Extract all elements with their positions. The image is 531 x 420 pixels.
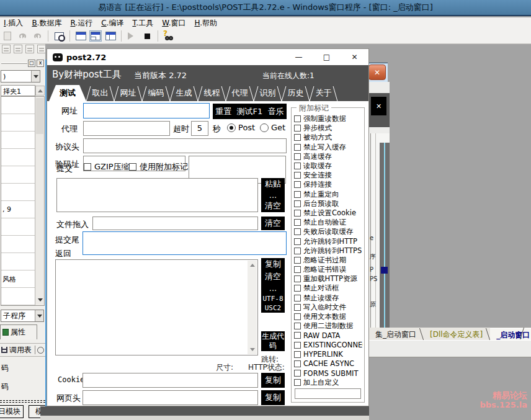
- flag-checkbox[interactable]: HYPERLINK: [294, 350, 363, 359]
- menu-item[interactable]: R.运行: [70, 18, 92, 29]
- module-button[interactable]: 日模块: [0, 405, 24, 418]
- chevron-down-icon[interactable]: [35, 310, 43, 321]
- top-button[interactable]: 重置: [215, 106, 231, 117]
- run-icon[interactable]: [126, 30, 138, 42]
- menu-item[interactable]: H.帮助: [194, 18, 217, 29]
- subroutine-combo[interactable]: 子程序: [1, 310, 44, 322]
- property-scrollbar[interactable]: [35, 97, 44, 305]
- flag-checkbox[interactable]: 强制重读数据: [294, 114, 363, 123]
- chevron-down-icon[interactable]: [31, 71, 40, 82]
- editor-tab[interactable]: 集_启动窗口: [369, 328, 424, 340]
- flag-checkbox[interactable]: FORMS SUBMIT: [294, 369, 363, 378]
- property-row[interactable]: , 9: [1, 201, 35, 218]
- flag-checkbox[interactable]: CACHE ASYNC: [294, 359, 363, 369]
- align-icon[interactable]: [25, 45, 34, 53]
- flag-checkbox[interactable]: 安全连接: [294, 171, 363, 180]
- window-layout-column-icon[interactable]: [104, 30, 117, 42]
- generate-code-button[interactable]: 生成代码: [261, 331, 285, 351]
- flag-checkbox[interactable]: 使用二进制数据: [294, 321, 363, 331]
- property-row[interactable]: 风格: [1, 270, 35, 288]
- flag-checkbox[interactable]: 重加载HTTP资源: [294, 274, 363, 284]
- flag-checkbox[interactable]: 禁止读缓存: [294, 293, 363, 303]
- flag-checkbox[interactable]: 忽略证书错误: [294, 265, 363, 274]
- submit-tail-textarea[interactable]: [83, 231, 287, 255]
- dialog-tab[interactable]: 取出: [86, 85, 114, 101]
- paste-icon[interactable]: [1, 30, 14, 42]
- top-button[interactable]: 音乐: [268, 106, 284, 117]
- align-icon[interactable]: [2, 45, 11, 53]
- timeout-input[interactable]: 5: [191, 121, 208, 136]
- close-button[interactable]: ✕: [341, 49, 368, 65]
- file-drop-input[interactable]: [92, 217, 258, 230]
- flag-checkbox[interactable]: 允许跳转到HTTPS: [294, 246, 363, 256]
- property-row[interactable]: [1, 184, 35, 201]
- flag-checkbox[interactable]: 禁止重定向: [294, 190, 363, 199]
- stack-button[interactable]: ...: [261, 190, 285, 200]
- property-row[interactable]: [1, 149, 35, 166]
- property-row[interactable]: [1, 253, 35, 270]
- dialog-tab[interactable]: 线程: [198, 85, 226, 101]
- flag-checkbox[interactable]: 禁止写入缓存: [294, 143, 363, 152]
- flag-checkbox[interactable]: 加上自定义: [294, 378, 363, 387]
- flag-checkbox[interactable]: 后台预读取: [294, 199, 363, 208]
- gzip-checkbox[interactable]: GZIP压缩: [84, 161, 130, 172]
- preview-icon[interactable]: [53, 30, 65, 42]
- align-icon[interactable]: [37, 45, 45, 53]
- cookie-input[interactable]: [83, 373, 258, 388]
- web-header-input[interactable]: [83, 390, 258, 405]
- property-row[interactable]: [1, 132, 35, 149]
- find-help-icon[interactable]: ?: [163, 30, 175, 42]
- undo-icon[interactable]: [31, 30, 43, 42]
- menu-item[interactable]: W.窗口: [162, 18, 185, 29]
- menu-item[interactable]: B.数据库: [32, 18, 61, 29]
- url-input[interactable]: [83, 103, 210, 118]
- flag-checkbox[interactable]: EXISTINGCONNEC: [294, 341, 363, 350]
- file-clear-button[interactable]: 清空: [261, 217, 285, 230]
- stack-button[interactable]: 清空: [261, 200, 285, 212]
- property-row[interactable]: [1, 288, 35, 305]
- panel-restore-button[interactable]: □: [28, 60, 35, 67]
- dialog-tab[interactable]: 关于: [310, 85, 337, 101]
- radio-get[interactable]: Get: [260, 123, 285, 132]
- dialog-tab[interactable]: 识别: [254, 85, 282, 101]
- minimize-button[interactable]: —: [285, 49, 313, 65]
- submit-data-textarea[interactable]: [56, 178, 258, 212]
- top-button[interactable]: 测试F1: [237, 106, 263, 117]
- dialog-tab[interactable]: 测试: [49, 85, 86, 101]
- stop-icon[interactable]: [141, 30, 153, 42]
- flag-checkbox[interactable]: 禁止自动验证: [294, 218, 363, 227]
- scroll-up-button[interactable]: [35, 86, 45, 96]
- flag-checkbox[interactable]: 允许跳转到HTTP: [294, 236, 363, 246]
- menu-item[interactable]: T.工具: [132, 18, 153, 29]
- flag-checkbox[interactable]: 读取缓存: [294, 161, 363, 171]
- dialog-titlebar[interactable]: post2.72 — □ ✕: [47, 49, 368, 65]
- return-scrollbar[interactable]: [248, 261, 257, 354]
- custom-flag-input[interactable]: [295, 388, 361, 399]
- scroll-up-button[interactable]: [248, 261, 257, 270]
- dialog-tab[interactable]: 网址: [114, 85, 142, 101]
- property-row[interactable]: [1, 236, 35, 253]
- flag-checkbox[interactable]: 保持连接: [294, 180, 363, 189]
- flag-checkbox[interactable]: 失败后读取缓存: [294, 227, 363, 236]
- workspace-combo[interactable]: ): [1, 70, 40, 83]
- align-icon[interactable]: [14, 45, 22, 53]
- flag-checkbox[interactable]: 使用文本数据: [294, 312, 363, 321]
- window-layout-icon[interactable]: [74, 30, 87, 42]
- radio-post[interactable]: Post: [227, 123, 255, 132]
- stack-button[interactable]: UTF-8: [261, 295, 285, 303]
- panel-grip[interactable]: [1, 63, 27, 64]
- stack-button[interactable]: 清空: [261, 271, 285, 282]
- scroll-down-button[interactable]: [35, 295, 45, 305]
- dialog-tab[interactable]: 代理: [226, 85, 254, 101]
- proxy-input[interactable]: [83, 121, 170, 136]
- dialog-tab[interactable]: 编码: [142, 85, 170, 101]
- stack-button[interactable]: USC2: [261, 304, 285, 312]
- dialog-tab[interactable]: 历史: [282, 85, 310, 101]
- use-mark-checkbox[interactable]: 使用附加标记: [129, 161, 188, 172]
- header-copy-button[interactable]: 复制: [261, 390, 285, 405]
- flag-checkbox[interactable]: 高速缓存: [294, 152, 363, 161]
- flag-checkbox[interactable]: 禁止设置Cookie: [294, 208, 363, 218]
- tab-call-table[interactable]: 调用表: [0, 343, 45, 357]
- property-row[interactable]: [1, 97, 35, 114]
- stack-button[interactable]: ...: [261, 284, 285, 293]
